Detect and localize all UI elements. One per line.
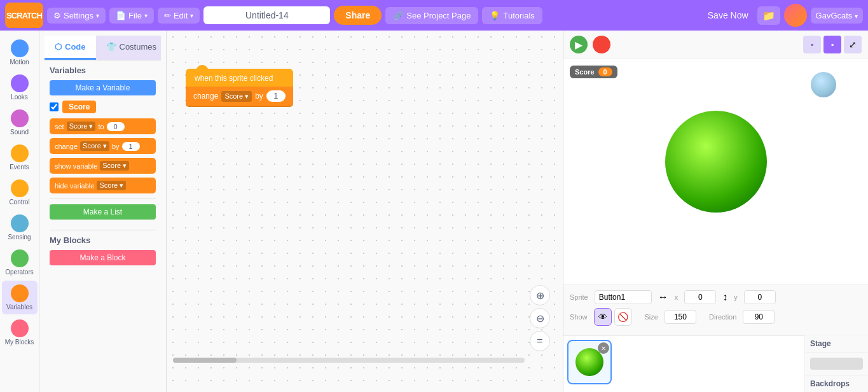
size-input[interactable]: [665, 310, 696, 324]
stage-sprite-main[interactable]: [665, 111, 767, 213]
sound-label: Sound: [10, 129, 29, 136]
file-icon: 📄: [116, 11, 126, 20]
make-list-button[interactable]: Make a List: [50, 204, 156, 220]
globe-icon: 🔗: [393, 11, 403, 20]
avatar-image: [784, 4, 807, 27]
block-group-1: when this sprite clicked change Score ▾ …: [186, 69, 293, 107]
action-by-label: by: [255, 92, 263, 101]
tab-code[interactable]: ⬡ Code: [45, 36, 96, 60]
section-divider: [50, 199, 156, 199]
settings-menu[interactable]: ⚙ Settings ▾: [47, 8, 106, 24]
sidebar-item-sensing[interactable]: Sensing: [2, 211, 38, 244]
sidebar-item-control[interactable]: Control: [2, 176, 38, 209]
size-label: Size: [645, 313, 658, 321]
save-now-button[interactable]: Save Now: [703, 7, 754, 24]
sidebar-item-operators[interactable]: Operators: [2, 246, 38, 279]
score-badge[interactable]: Score: [62, 101, 96, 113]
main-area: Motion Looks Sound Events Control Sensin…: [0, 31, 868, 392]
show-var-dropdown[interactable]: Score ▾: [100, 161, 129, 171]
tutorials-button[interactable]: 💡 Tutorials: [482, 7, 542, 24]
sensing-label: Sensing: [8, 234, 31, 241]
change-block-row: change Score ▾ by: [50, 138, 156, 154]
show-visible-button[interactable]: 👁: [594, 308, 612, 326]
sidebar-item-variables[interactable]: Variables: [2, 281, 38, 314]
change-block[interactable]: change Score ▾ by: [50, 138, 156, 154]
hide-var-label: hide variable: [55, 182, 94, 190]
layout-large-button[interactable]: ▪: [823, 36, 841, 53]
tab-costumes[interactable]: 👕 Costumes: [96, 36, 167, 60]
sidebar-item-motion[interactable]: Motion: [2, 36, 38, 69]
set-value-input[interactable]: [107, 122, 125, 131]
arrow-x-icon: ↔: [658, 291, 668, 303]
sidebar-item-my-blocks[interactable]: My Blocks: [2, 316, 38, 349]
folder-icon[interactable]: 📁: [757, 6, 780, 25]
scrollbar-thumb[interactable]: [173, 358, 237, 363]
zoom-out-button[interactable]: ⊖: [530, 308, 550, 328]
stage-controls: ▶ ▪ ▪ ⤢: [563, 31, 868, 59]
event-block[interactable]: when this sprite clicked: [186, 69, 293, 87]
project-title-input[interactable]: [203, 6, 330, 24]
change-value-input[interactable]: [122, 142, 140, 151]
gear-icon: ⚙: [53, 11, 61, 20]
horizontal-scrollbar[interactable]: [173, 358, 525, 363]
sprites-row: ✕: [563, 335, 804, 392]
variables-panel-title: Variables: [50, 66, 156, 75]
action-value-input[interactable]: [266, 90, 286, 102]
layout-small-button[interactable]: ▪: [803, 36, 821, 53]
make-variable-button[interactable]: Make a Variable: [50, 80, 156, 95]
make-block-button[interactable]: Make a Block: [50, 250, 156, 265]
sprite-name-input[interactable]: [595, 290, 652, 304]
share-button[interactable]: Share: [334, 6, 382, 25]
sound-dot: [11, 109, 29, 127]
hide-variable-block[interactable]: hide variable Score ▾: [50, 178, 156, 193]
x-input[interactable]: [684, 290, 716, 304]
set-var-dropdown[interactable]: Score ▾: [67, 122, 96, 131]
costumes-tab-label: Costumes: [120, 42, 157, 52]
sprite-delete-button[interactable]: ✕: [598, 342, 609, 354]
looks-label: Looks: [11, 94, 28, 101]
sidebar-item-events[interactable]: Events: [2, 141, 38, 174]
scratch-logo[interactable]: SCRATCH: [5, 3, 43, 28]
to-label: to: [98, 123, 104, 130]
sprite-thumb-1[interactable]: ✕: [567, 340, 612, 384]
set-block[interactable]: set Score ▾ to: [50, 118, 156, 134]
edit-menu[interactable]: ✏ Edit ▾: [158, 8, 200, 24]
topbar: SCRATCH ⚙ Settings ▾ 📄 File ▾ ✏ Edit ▾ S…: [0, 0, 868, 31]
action-block[interactable]: change Score ▾ by: [186, 87, 293, 107]
direction-input[interactable]: [743, 310, 775, 324]
file-menu[interactable]: 📄 File ▾: [109, 8, 154, 24]
sprite-info-row-2: Show 👁 🚫 Size Direction: [570, 308, 862, 326]
show-variable-block[interactable]: show variable Score ▾: [50, 158, 156, 174]
hide-var-dropdown[interactable]: Score ▾: [97, 181, 126, 190]
zoom-reset-button[interactable]: =: [530, 331, 550, 351]
change-var-dropdown[interactable]: Score ▾: [80, 141, 109, 151]
blocks-panel: ⬡ Code 👕 Costumes 🔊 Sounds Variables Mak…: [39, 31, 167, 392]
code-canvas[interactable]: when this sprite clicked change Score ▾ …: [167, 31, 563, 364]
categories-sidebar: Motion Looks Sound Events Control Sensin…: [0, 31, 39, 392]
show-hidden-button[interactable]: 🚫: [614, 308, 632, 326]
settings-arrow-icon: ▾: [96, 12, 99, 19]
operators-label: Operators: [5, 269, 33, 276]
stop-button[interactable]: [593, 36, 610, 53]
score-variable-row: Score: [50, 101, 156, 113]
see-project-button[interactable]: 🔗 See Project Page: [385, 7, 478, 24]
username-arrow-icon: ▾: [855, 13, 858, 20]
operators-dot: [11, 249, 29, 267]
x-label: x: [675, 293, 679, 301]
control-dot: [11, 179, 29, 197]
score-checkbox[interactable]: [50, 102, 59, 111]
control-label: Control: [9, 199, 29, 206]
username-button[interactable]: GavGcats ▾: [811, 8, 863, 24]
fullscreen-button[interactable]: ⤢: [844, 36, 862, 53]
action-var-dropdown[interactable]: Score ▾: [221, 91, 252, 102]
variables-dot: [11, 284, 29, 302]
sidebar-item-sound[interactable]: Sound: [2, 106, 38, 139]
sidebar-item-looks[interactable]: Looks: [2, 71, 38, 104]
backdrop-thumbnail[interactable]: [810, 358, 863, 370]
zoom-out-icon: ⊖: [536, 312, 544, 325]
set-label: set: [55, 123, 64, 130]
my-blocks-dot: [11, 319, 29, 337]
zoom-in-button[interactable]: ⊕: [530, 285, 550, 305]
green-flag-button[interactable]: ▶: [570, 36, 588, 53]
y-input[interactable]: [744, 290, 776, 304]
